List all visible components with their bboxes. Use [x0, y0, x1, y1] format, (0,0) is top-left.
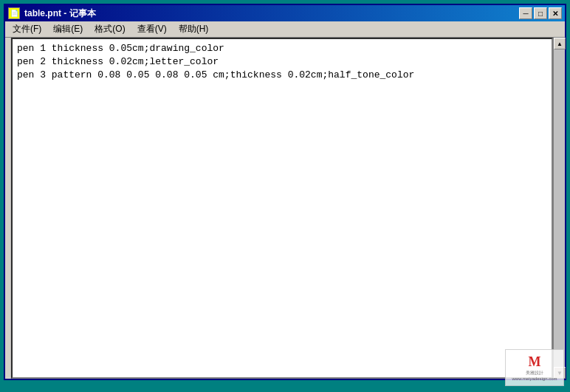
- menu-file[interactable]: 文件(F): [7, 21, 47, 37]
- content-area: pen 1 thickness 0.05cm;drawing_color pen…: [5, 38, 565, 379]
- minimize-button[interactable]: ─: [519, 7, 532, 19]
- title-buttons: ─ □ ✕: [519, 7, 562, 19]
- watermark-inner: M 美雅設計 www.meiyadesign.com: [505, 349, 564, 386]
- notepad-window: 📄 table.pnt - 记事本 ─ □ ✕ 文件(F) 编辑(E) 格式(O…: [4, 4, 566, 380]
- watermark-brand: 美雅設計: [526, 370, 543, 376]
- window-title: table.pnt - 记事本: [24, 7, 96, 20]
- watermark: M 美雅設計 www.meiyadesign.com: [505, 349, 564, 386]
- line-numbers: [5, 38, 11, 379]
- title-bar: 📄 table.pnt - 记事本 ─ □ ✕: [5, 5, 565, 21]
- text-editor[interactable]: pen 1 thickness 0.05cm;drawing_color pen…: [11, 38, 553, 379]
- menu-help[interactable]: 帮助(H): [173, 21, 215, 37]
- menu-view[interactable]: 查看(V): [131, 21, 173, 37]
- scroll-up-button[interactable]: ▲: [554, 38, 566, 49]
- title-bar-text: 📄 table.pnt - 记事本: [8, 7, 96, 20]
- menu-format[interactable]: 格式(O): [89, 21, 131, 37]
- menu-bar: 文件(F) 编辑(E) 格式(O) 查看(V) 帮助(H): [5, 21, 565, 38]
- app-icon: 📄: [8, 7, 20, 19]
- maximize-button[interactable]: □: [534, 7, 547, 19]
- menu-edit[interactable]: 编辑(E): [47, 21, 89, 37]
- close-button[interactable]: ✕: [549, 7, 562, 19]
- watermark-url: www.meiyadesign.com: [512, 376, 557, 381]
- vertical-scrollbar[interactable]: ▲ ▼: [553, 38, 565, 379]
- scroll-track[interactable]: [554, 49, 565, 367]
- watermark-logo: M: [529, 354, 541, 370]
